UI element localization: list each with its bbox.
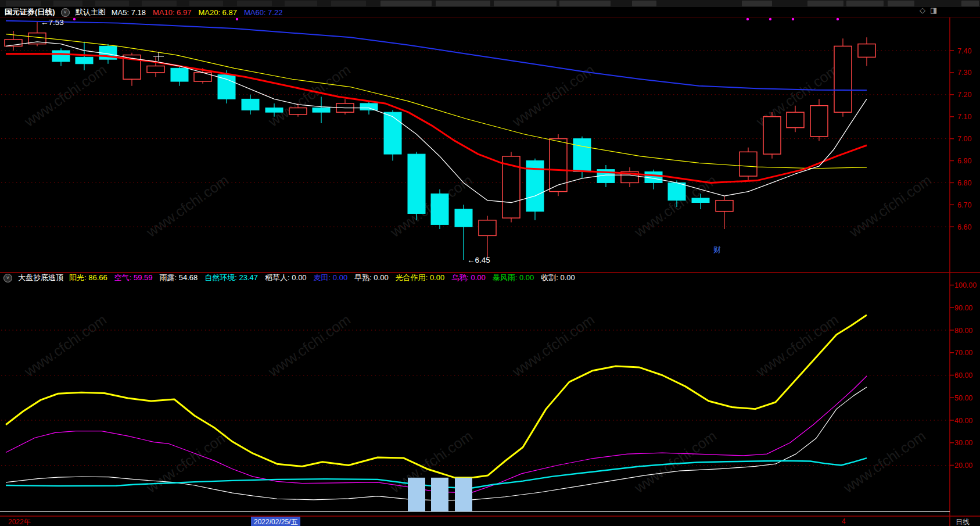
- signal-dot: [746, 18, 749, 20]
- shouge-value: 收割: 0.00: [541, 273, 575, 282]
- chevron-down-icon[interactable]: ˅: [61, 8, 70, 17]
- main-chart-header: 国元证券(日线) ˅ 默认主图 MA5: 7.18MA10: 6.97MA20:…: [0, 7, 980, 17]
- indicator-tick-label: 70.00: [954, 349, 972, 357]
- ziranhuanjing-value: 自然环境: 23.47: [204, 273, 258, 282]
- daocaoren-value: 稻草人: 0.00: [265, 273, 307, 282]
- baofengyu-value: 暴风雨: 0.00: [493, 273, 534, 282]
- indicator-tick-label: 20.00: [954, 461, 972, 470]
- candle: [147, 66, 164, 73]
- candle: [313, 108, 330, 113]
- ma5-value: MA5: 7.18: [112, 8, 146, 17]
- candle: [52, 51, 70, 62]
- yangguang-value: 阳光: 86.66: [69, 273, 107, 282]
- signal-bar: [408, 478, 425, 511]
- maitian-value: 麦田: 0.00: [314, 273, 348, 282]
- crosshair-date-label: 2022/02/25/五: [251, 517, 300, 526]
- stock-app-window: www.cfchi.com www.cfchi.com www.cfchi.co…: [0, 0, 980, 526]
- wuya-value: 乌鸦: 0.00: [451, 273, 486, 282]
- candle: [265, 108, 283, 113]
- signal-dot: [769, 18, 771, 20]
- candle: [787, 112, 804, 128]
- month-label: 4: [842, 517, 846, 525]
- candle: [360, 103, 378, 110]
- candle: [455, 209, 472, 227]
- news-marker[interactable]: 财: [713, 245, 721, 254]
- chevron-down-icon[interactable]: ˅: [3, 274, 12, 282]
- chart-plot-area[interactable]: 7.407.307.207.107.006.906.806.706.60100.…: [0, 0, 980, 526]
- indicator-tick-label: 60.00: [954, 371, 972, 380]
- indicator-tick-label: 90.00: [954, 304, 972, 312]
- signal-dot: [236, 18, 238, 20]
- price-tick-label: 6.60: [957, 223, 971, 231]
- signal-dot: [792, 18, 794, 20]
- period-label[interactable]: 日线: [956, 517, 970, 526]
- indicator-tick-label: 80.00: [954, 327, 972, 335]
- candle: [171, 68, 188, 81]
- candle: [763, 117, 781, 154]
- price-tick-label: 7.30: [957, 69, 971, 77]
- symbol-title: 国元证券(日线): [5, 7, 55, 17]
- candle: [408, 154, 425, 213]
- signal-dot: [837, 18, 839, 20]
- low-price-label: ←6.45: [467, 256, 490, 264]
- candle: [242, 99, 259, 110]
- candle: [716, 201, 733, 212]
- indicator-header: ˅ 大盘抄底逃顶 阳光: 86.66空气: 59.59雨露: 54.68自然环境…: [0, 273, 980, 282]
- ma10-value: MA10: 6.97: [153, 8, 192, 17]
- candle: [289, 108, 307, 114]
- header-corner-icons: ◇ ◨: [920, 6, 937, 15]
- guanghezuoyong-value: 光合作用: 0.00: [396, 273, 445, 282]
- kongqi-value: 空气: 59.59: [114, 273, 153, 282]
- indicator-line-空气: [6, 376, 867, 493]
- high-price-label: ←7.53: [41, 18, 64, 27]
- yulu-value: 雨露: 54.68: [160, 273, 198, 282]
- indicator-values: 阳光: 86.66空气: 59.59雨露: 54.68自然环境: 23.47稻草…: [69, 273, 582, 283]
- ma-values: MA5: 7.18MA10: 6.97MA20: 6.87MA60: 7.22: [112, 8, 290, 17]
- ma-line-MA20: [6, 34, 867, 169]
- indicator-tick-label: 40.00: [954, 417, 972, 425]
- zaoshu-value: 早熟: 0.00: [354, 273, 389, 282]
- price-tick-label: 6.80: [957, 179, 971, 187]
- split-pane-icon[interactable]: ◨: [930, 6, 937, 15]
- ma60-value: MA60: 7.22: [244, 8, 283, 17]
- signal-dot: [73, 18, 76, 20]
- layout-label[interactable]: 默认主图: [76, 7, 106, 17]
- indicator-tick-label: 100.00: [954, 281, 977, 289]
- candle: [692, 198, 709, 203]
- time-axis: 2022年 2022/02/25/五 4 日线: [0, 517, 980, 526]
- candle: [431, 194, 448, 224]
- candle: [573, 139, 591, 172]
- candle: [384, 112, 401, 154]
- candle: [858, 44, 875, 58]
- indicator-tick-label: 50.00: [954, 394, 972, 402]
- price-tick-label: 7.20: [957, 91, 971, 99]
- price-tick-label: 6.90: [957, 157, 971, 165]
- price-tick-label: 7.40: [957, 47, 971, 55]
- year-label: 2022年: [8, 517, 31, 526]
- signal-bar: [455, 478, 472, 511]
- candle: [479, 220, 496, 236]
- candle: [810, 106, 828, 137]
- candle: [740, 152, 757, 176]
- diamond-icon[interactable]: ◇: [920, 6, 925, 15]
- indicator-line-阳光: [6, 315, 867, 478]
- signal-bar: [431, 478, 448, 511]
- candle: [76, 57, 93, 63]
- price-tick-label: 7.10: [957, 113, 971, 121]
- candle: [218, 75, 235, 99]
- candle: [668, 183, 685, 200]
- price-tick-label: 7.00: [957, 135, 971, 143]
- candle: [834, 46, 852, 112]
- indicator-tick-label: 30.00: [954, 439, 972, 447]
- price-tick-label: 6.70: [957, 201, 971, 209]
- indicator-name[interactable]: 大盘抄底逃顶: [18, 273, 63, 283]
- ma20-value: MA20: 6.87: [198, 8, 237, 17]
